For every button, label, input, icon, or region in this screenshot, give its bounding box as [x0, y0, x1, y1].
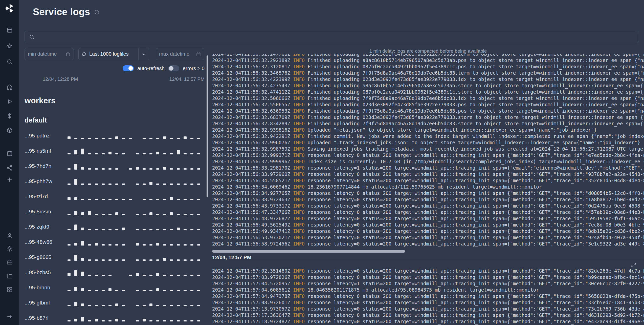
sparkline-bar: [115, 136, 118, 139]
expand-sidebar-arrow-icon[interactable]: [6, 313, 13, 320]
logfiles-label: Last 1000 logfiles: [89, 51, 129, 57]
worker-row[interactable]: ...95-b87rl: [25, 310, 205, 325]
variables-dollar-icon[interactable]: [6, 113, 13, 119]
logfiles-refresh-button[interactable]: Last 1000 logfiles: [78, 48, 139, 60]
worker-row[interactable]: ...95-tzl7d: [25, 189, 205, 204]
workers-briefcase-icon[interactable]: [6, 259, 13, 265]
sparkline-bar: [68, 184, 71, 185]
worker-row[interactable]: ...95-5rcsm: [25, 204, 205, 219]
chevron-down-icon: [141, 52, 146, 57]
sparkline-bar: [95, 275, 98, 276]
worker-row[interactable]: ...95-g8665: [25, 250, 205, 265]
sparkline-bar: [143, 184, 146, 185]
log-line: 2024-12-04T11:56:49.934741Z INFO respons…: [212, 228, 644, 234]
sparkline-bar: [81, 149, 84, 154]
sparkline-bar: [177, 259, 180, 261]
sparkline-bar: [143, 319, 146, 321]
triggers-branch-icon[interactable]: [6, 165, 13, 171]
worker-row[interactable]: ...95-zqkt9: [25, 219, 205, 234]
worker-row[interactable]: ...95-7hd7n: [25, 158, 205, 174]
sparkline-bar: [95, 229, 98, 230]
log-line: 2024-12-04T11:56:32.636953Z INFO Finishe…: [212, 108, 644, 114]
search-input[interactable]: [38, 34, 635, 40]
auto-refresh-toggle[interactable]: [123, 65, 134, 71]
sparkline-bar: [81, 138, 84, 139]
sparkline-bar: [95, 243, 98, 246]
errors-only-toggle[interactable]: [168, 65, 179, 71]
sparkline-bar: [115, 199, 118, 200]
sparkline-bar: [177, 150, 180, 154]
account-user-icon[interactable]: [6, 232, 13, 239]
sparkline-bar: [149, 212, 152, 215]
log-line: 2024-12-04T11:56:32.474112Z INFO Finishe…: [212, 89, 644, 95]
sparkline-bar: [197, 259, 200, 261]
worker-row[interactable]: ...95-bzbs5: [25, 265, 205, 280]
windmill-logo-icon[interactable]: [5, 4, 14, 13]
sparkline-bar: [184, 259, 187, 261]
max-datetime-button[interactable]: max datetime: [156, 48, 204, 60]
sparkline-bar: [102, 305, 105, 306]
settings-gear-icon[interactable]: [6, 246, 13, 252]
search-icon[interactable]: [6, 58, 13, 65]
home-icon[interactable]: [6, 84, 13, 90]
sparkline-bar: [88, 290, 91, 291]
star-icon[interactable]: [6, 43, 13, 49]
vertical-scrollbar[interactable]: [207, 55, 208, 197]
runs-play-icon[interactable]: [6, 98, 13, 105]
worker-activity-sparkline: [68, 208, 205, 215]
worker-activity-sparkline: [68, 132, 205, 139]
sparkline-bar: [102, 214, 105, 215]
folders-icon[interactable]: [6, 273, 13, 279]
logfiles-dropdown-button[interactable]: [139, 48, 149, 60]
worker-row[interactable]: ...95-pdtnz: [25, 128, 205, 143]
sparkline-bar: [88, 184, 91, 185]
sparkline-bar: [184, 275, 187, 276]
log-line: 2024-12-04T11:56:32.292389Z INFO Finishe…: [212, 57, 644, 64]
sparkline-bar: [177, 168, 180, 170]
plus-icon[interactable]: [6, 176, 13, 183]
log-line: 2024-12-04T11:56:43.973317Z INFO respons…: [212, 203, 644, 209]
sparkline-bar: [170, 138, 173, 139]
log-line: 2024-12-04T11:57:17.363047Z INFO respons…: [212, 312, 644, 318]
clipped-log-line: 2024-12-04T11:56:32.247768Z INFO Finishe…: [212, 54, 644, 57]
sparkline-bar: [74, 255, 77, 261]
worker-activity-sparkline: [68, 299, 205, 306]
sparkline-bar: [81, 288, 84, 291]
sparkline-bar: [177, 199, 180, 200]
sparkline-bar: [156, 184, 159, 185]
sparkline-bar: [108, 288, 112, 291]
info-icon[interactable]: [94, 9, 100, 15]
horizontal-scrollbar[interactable]: [212, 250, 405, 253]
sparkline-bar: [170, 212, 173, 215]
worker-row[interactable]: ...95-gfbmf: [25, 295, 205, 310]
min-datetime-button[interactable]: min datetime: [25, 48, 74, 60]
sparkline-bar: [68, 305, 71, 306]
sparkline-bar: [88, 275, 91, 276]
sparkline-bar: [74, 319, 77, 321]
resources-box-icon[interactable]: [6, 127, 13, 134]
app-window-icon[interactable]: [6, 27, 13, 33]
worker-row[interactable]: ...95-48w66: [25, 234, 205, 250]
sparkline-bar: [190, 214, 193, 215]
log-line: 2024-12-04T11:56:32.939816Z INFO Uploade…: [212, 127, 644, 133]
service-logs-grid-icon[interactable]: [6, 286, 13, 293]
sparkline-bar: [156, 273, 159, 276]
worker-activity-sparkline: [68, 254, 205, 261]
log-line: 2024-12-04T11:56:33.298170Z INFO respons…: [212, 165, 644, 171]
log-section-header: 12/04, 12:57 PM: [212, 254, 644, 261]
sparkline-bar: [108, 199, 112, 200]
sparkline-bar: [95, 290, 98, 291]
worker-activity-sparkline: [68, 269, 205, 276]
sparkline-bar: [197, 199, 200, 200]
worker-row[interactable]: ...95-phh7w: [25, 174, 205, 189]
sparkline-bar: [102, 244, 105, 246]
sparkline-bar: [88, 229, 91, 230]
expand-icon[interactable]: [631, 262, 636, 268]
sparkline-bar: [190, 259, 193, 261]
worker-name: ...95-phh7w: [25, 178, 68, 184]
worker-row[interactable]: ...95-ns5mf: [25, 143, 205, 158]
sparkline-bar: [190, 244, 193, 246]
filters-row: min datetime Last 1000 logfiles max date…: [25, 48, 205, 60]
schedules-calendar-icon[interactable]: [6, 150, 13, 157]
worker-row[interactable]: ...95-brhnn: [25, 280, 205, 295]
